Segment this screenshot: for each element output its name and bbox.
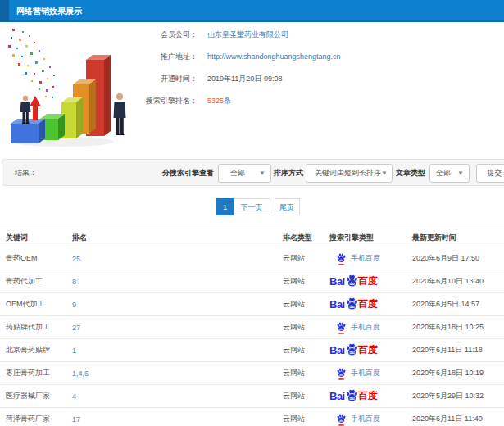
- updated-time-cell: 2020年6月5日 14:57: [412, 299, 504, 310]
- title-bar-accent: [0, 0, 9, 22]
- engine-label: 手机百度: [351, 368, 380, 378]
- engine-cell: du 百度 Bai du 百度: [329, 343, 412, 357]
- member-company-link[interactable]: 山东皇圣堂药业有限公司: [207, 30, 288, 39]
- engine-cell: du 手机百度 Bai du 百度: [329, 321, 412, 334]
- engine-label: 手机百度: [351, 322, 380, 333]
- baidu-logo: Bai du 百度: [329, 297, 378, 311]
- pagination: 1下一页尾页: [0, 198, 504, 215]
- updated-time-cell: 2020年6月10日 13:40: [412, 276, 504, 287]
- engine-label: 手机百度: [351, 253, 380, 264]
- svg-text:du: du: [339, 327, 343, 330]
- updated-time-cell: 2020年6月9日 17:50: [412, 253, 504, 264]
- rank-link[interactable]: 17: [72, 415, 283, 424]
- keyword-cell: 北京膏药贴牌: [6, 345, 72, 356]
- keyword-cell: 菏泽膏药厂家: [6, 414, 72, 424]
- engine-label: 手机百度: [351, 414, 380, 424]
- header-rank: 排名: [72, 233, 283, 243]
- businessman-right: [114, 93, 126, 135]
- page-title: 网络营销效果展示: [16, 0, 82, 22]
- rank-type-cell: 云网站: [283, 414, 329, 424]
- engine-cell: du 百度 Bai du 百度: [329, 389, 412, 403]
- ranking-count-label: 搜索引擎排名：: [127, 90, 198, 112]
- ranking-count-value: 5325: [207, 97, 224, 105]
- engine-select[interactable]: 全部▼: [218, 164, 271, 183]
- article-type-label: 文章类型: [396, 160, 425, 187]
- open-time-value: 2019年11月20日 09:08: [207, 75, 282, 83]
- promo-url-link[interactable]: http://www.shandonghuangshengtang.cn: [207, 52, 341, 61]
- mobile-baidu-logo: du 手机百度: [329, 321, 380, 334]
- engine-cell: du 手机百度 Bai du 百度: [329, 413, 412, 426]
- keyword-cell: 医疗器械厂家: [6, 391, 72, 401]
- rank-type-cell: 云网站: [283, 368, 329, 378]
- chevron-down-icon: ▼: [457, 170, 469, 177]
- table-row: OEM代加工 9 云网站 du 百度 Bai: [0, 293, 504, 316]
- rank-link[interactable]: 1: [72, 347, 283, 355]
- results-table: 关键词 排名 排名类型 搜索引擎类型 最新更新时间 膏药OEM 25 云网站 d…: [0, 229, 504, 426]
- submit-button[interactable]: 提交: [476, 164, 504, 183]
- info-row: 会员公司：山东皇圣堂药业有限公司: [127, 24, 341, 46]
- table-row: 膏药OEM 25 云网站 du 手机百度 Bai: [0, 247, 504, 270]
- next-page-button[interactable]: 下一页: [234, 198, 270, 215]
- info-row: 开通时间：2019年11月20日 09:08: [127, 68, 341, 90]
- rank-link[interactable]: 9: [72, 301, 283, 309]
- keyword-cell: 枣庄膏药加工: [6, 368, 72, 378]
- baidu-paw-icon: du: [345, 388, 359, 402]
- baidu-logo: Bai du 百度: [329, 343, 378, 357]
- table-row: 药贴牌代加工 27 云网站 du 手机百度 Bai: [0, 316, 504, 339]
- table-row: 北京膏药贴牌 1 云网站 du 百度 Bai: [0, 339, 504, 362]
- updated-time-cell: 2020年6月18日 10:19: [412, 368, 504, 378]
- table-row: 菏泽膏药厂家 17 云网站 du 手机百度 Bai: [0, 408, 504, 426]
- open-time-label: 开通时间：: [127, 68, 198, 90]
- article-type-select[interactable]: 全部▼: [429, 164, 470, 183]
- rank-type-cell: 云网站: [283, 253, 329, 264]
- mobile-baidu-paw-icon: du: [336, 367, 347, 380]
- updated-time-cell: 2020年5月29日 10:32: [412, 391, 504, 401]
- svg-text:du: du: [349, 304, 354, 309]
- rank-link[interactable]: 27: [72, 324, 283, 332]
- mobile-baidu-paw-icon: du: [336, 321, 347, 334]
- last-page-button[interactable]: 尾页: [275, 198, 300, 215]
- updated-time-cell: 2020年6月11日 11:18: [412, 345, 504, 356]
- company-info: 会员公司：山东皇圣堂药业有限公司 推广地址：http://www.shandon…: [127, 24, 341, 112]
- svg-text:du: du: [339, 373, 343, 376]
- promo-url-label: 推广地址：: [127, 46, 198, 68]
- table-row: 枣庄膏药加工 1,4,6 云网站 du 手机百度 Bai: [0, 362, 504, 385]
- sort-label: 排序方式: [274, 160, 303, 187]
- table-header-row: 关键词 排名 排名类型 搜索引擎类型 最新更新时间: [0, 229, 504, 247]
- baidu-paw-icon: du: [345, 342, 359, 356]
- rank-link[interactable]: 25: [72, 255, 283, 263]
- engine-cell: du 百度 Bai du 百度: [329, 274, 412, 288]
- svg-text:du: du: [339, 258, 343, 261]
- engine-cell: du 手机百度 Bai du 百度: [329, 252, 412, 265]
- engine-cell: du 百度 Bai du 百度: [329, 297, 412, 311]
- rank-type-cell: 云网站: [283, 322, 329, 333]
- header-keyword: 关键词: [6, 233, 72, 243]
- header-updated: 最新更新时间: [412, 233, 504, 243]
- keyword-cell: 药贴牌代加工: [6, 322, 72, 333]
- engine-cell: du 手机百度 Bai du 百度: [329, 367, 412, 380]
- mobile-baidu-logo: du 手机百度: [329, 413, 380, 426]
- keyword-cell: OEM代加工: [6, 299, 72, 310]
- svg-text:du: du: [349, 350, 354, 355]
- rank-link[interactable]: 8: [72, 278, 283, 286]
- keyword-cell: 膏药代加工: [6, 276, 72, 287]
- svg-text:du: du: [349, 281, 354, 286]
- sort-select[interactable]: 关键词由短到长排序▼: [306, 164, 393, 183]
- rank-link[interactable]: 1,4,6: [72, 369, 283, 378]
- updated-time-cell: 2020年6月11日 11:40: [412, 414, 504, 424]
- title-bar: 网络营销效果展示: [0, 0, 504, 22]
- svg-text:du: du: [349, 396, 354, 401]
- rank-link[interactable]: 4: [72, 392, 283, 401]
- table-body: 膏药OEM 25 云网站 du 手机百度 Bai: [0, 247, 504, 426]
- chevron-down-icon: ▼: [381, 170, 393, 177]
- ranking-count-suffix: 条: [224, 97, 231, 105]
- marketing-chart-image: [4, 27, 135, 152]
- chevron-down-icon: ▼: [259, 170, 270, 177]
- keyword-cell: 膏药OEM: [6, 253, 72, 264]
- info-row: 推广地址：http://www.shandonghuangshengtang.c…: [127, 46, 341, 68]
- up-arrow: [30, 96, 41, 120]
- page-current[interactable]: 1: [216, 198, 234, 215]
- mobile-baidu-paw-icon: du: [336, 413, 347, 426]
- header-engine-type: 搜索引擎类型: [329, 233, 412, 243]
- rank-type-cell: 云网站: [283, 299, 329, 310]
